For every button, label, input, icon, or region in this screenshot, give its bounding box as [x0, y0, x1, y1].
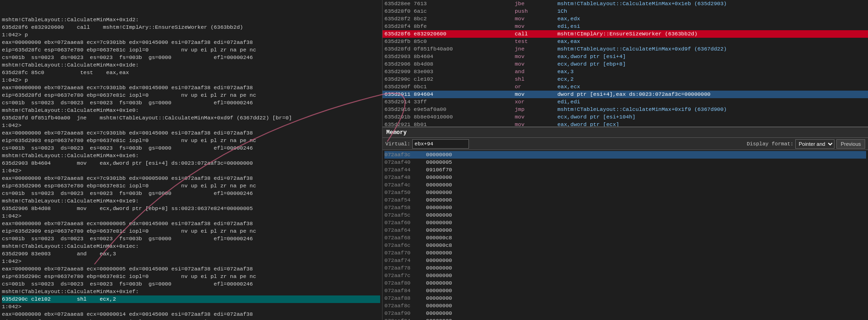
mem-value: 00000000 — [426, 264, 452, 272]
memory-row[interactable]: 072aaf68000000c8 — [384, 234, 866, 242]
mem-addr: 072aaf6c — [384, 242, 422, 249]
debug-line: eax=00000000 ebx=072aaea8 ecx=00000014 e… — [2, 311, 380, 318]
memory-row[interactable]: 072aaf4c00000000 — [384, 181, 866, 189]
debug-line: eax=00000000 ebx=072aaea8 ecx=7c9301bb e… — [2, 129, 380, 137]
disasm-row[interactable]: 635d2906 8b4d08movecx,dword ptr [ebp+8] — [383, 60, 868, 68]
memory-pane: Memory Virtual: Display format: Pointer … — [383, 127, 868, 320]
left-debug-pane[interactable]: mshtm!CTableLayout::CalculateMinMax+0x1d… — [0, 0, 383, 320]
mem-value: 00000000 — [426, 219, 452, 227]
disasm-row[interactable]: 635d28f0 6a1cpush1Ch — [383, 8, 868, 15]
debug-line: 635d28fd 0f851fb40a00 jne mshtm!CTableLa… — [2, 114, 380, 122]
memory-row[interactable]: 072aaf5400000000 — [384, 196, 866, 204]
display-format-select[interactable]: Pointer andByteShortLongQuadFloatDoubleA… — [795, 139, 834, 149]
disasm-row[interactable]: 635d291b 8b8e04010000movecx,dword ptr [e… — [383, 113, 868, 121]
memory-row[interactable]: 072aaf6400000000 — [384, 227, 866, 234]
memory-row[interactable]: 072aaf9400000000 — [384, 317, 866, 320]
memory-row[interactable]: 072aaf7c00000000 — [384, 272, 866, 279]
disasm-addr: 635d291b 8b8e04010000 — [383, 113, 513, 121]
mem-value: 00000000 — [426, 204, 452, 211]
disasm-mnem: and — [513, 68, 555, 76]
memory-row[interactable]: 072aaf9000000000 — [384, 310, 866, 317]
disasm-row[interactable]: 635d2921 8b01moveax,dword ptr [ecx] — [383, 121, 868, 127]
disasm-addr: 635d2906 8b4d08 — [383, 60, 513, 68]
memory-row[interactable]: 072aaf5c00000000 — [384, 211, 866, 219]
debug-line: 635d2906 8b4d08 mov ecx,dword ptr [ebp+8… — [2, 205, 380, 212]
debug-line: eip=635d28fd esp=0637e780 ebp=0637e81c i… — [2, 92, 380, 99]
debug-line: eax=00000000 ebx=072aaea8 ecx=00000005 e… — [2, 265, 380, 273]
mem-addr: 072aaf90 — [384, 310, 422, 317]
disasm-ops: edi,edi — [555, 98, 868, 106]
debug-line: cs=001b ss=0023 ds=0023 es=0023 fs=003b … — [2, 235, 380, 243]
disasm-row[interactable]: 635d28fd 0f851fb40a00jnemshtm!CTableLayo… — [383, 45, 868, 53]
disasm-row[interactable]: 635d28fb 85c0testeax,eax — [383, 38, 868, 45]
disasm-row[interactable]: 635d2916 e9e5af0a00jmpmshtm!CTableLayout… — [383, 106, 868, 113]
debug-line: cs=001b ss=0023 ds=0023 es=0023 fs=003b … — [2, 54, 380, 61]
memory-content[interactable]: 072aaf3c00000000072aaf4000000005072aaf44… — [383, 150, 868, 320]
disasm-mnem: mov — [513, 23, 555, 30]
disasm-row[interactable]: 635d2914 33ffxoredi,edi — [383, 98, 868, 106]
memory-row[interactable]: 072aaf5800000000 — [384, 204, 866, 211]
disasm-mnem: shl — [513, 76, 555, 83]
disasm-row[interactable]: 635d28ee 7613jbemshtm!CTableLayout::Calc… — [383, 0, 868, 8]
debug-line: eip=635d290c esp=0637e780 ebp=0637e81c i… — [2, 273, 380, 280]
disasm-mnem: mov — [513, 91, 555, 98]
disasm-ops: eax,dword ptr [ecx] — [555, 121, 868, 127]
disasm-ops: mshtm!CTableLayout::CalculateMinMax+0x1e… — [555, 0, 868, 8]
memory-row[interactable]: 072aaf4409106f70 — [384, 166, 866, 174]
mem-value: 00000000 — [426, 287, 452, 295]
debug-line: mshtm!CTableLayout::CalculateMinMax+0x1d… — [2, 16, 380, 24]
memory-row[interactable]: 072aaf7400000000 — [384, 257, 866, 264]
memory-row[interactable]: 072aaf8000000000 — [384, 279, 866, 287]
mem-value: 00000000 — [426, 151, 452, 159]
disasm-row[interactable]: 635d2911 894604movdword ptr [esi+4],eax … — [383, 91, 868, 98]
disasm-row[interactable]: 635d28f6 e832920600callmshtm!CImplAry::E… — [383, 30, 868, 38]
mem-addr: 072aaf88 — [384, 295, 422, 302]
previous-button[interactable]: Previous — [836, 139, 865, 149]
mem-addr: 072aaf80 — [384, 279, 422, 287]
debug-line: 1:042> — [2, 303, 380, 311]
disasm-row[interactable]: 635d28f4 8bfemovedi,esi — [383, 23, 868, 30]
memory-row[interactable]: 072aaf6000000000 — [384, 219, 866, 227]
disasm-table: 635d28ee 7613jbemshtm!CTableLayout::Calc… — [383, 0, 868, 127]
memory-row[interactable]: 072aaf8c00000000 — [384, 302, 866, 310]
right-pane: 635d28ee 7613jbemshtm!CTableLayout::Calc… — [383, 0, 868, 320]
disasm-row[interactable]: 635d28f2 8bc2moveax,edx — [383, 15, 868, 23]
mem-value: 00000000 — [426, 249, 452, 257]
mem-addr: 072aaf3c — [384, 151, 422, 159]
disasm-mnem: mov — [513, 60, 555, 68]
debug-line: 635d2903 8b4604 mov eax,dword ptr [esi+4… — [2, 160, 380, 167]
mem-value: 00000000 — [426, 211, 452, 219]
memory-row[interactable]: 072aaf6c000000c8 — [384, 242, 866, 249]
mem-value: 00000000 — [426, 257, 452, 264]
debug-line: eip=635d290f esp=0637e780 ebp=0637e81c i… — [2, 318, 380, 320]
memory-row[interactable]: 072aaf8800000000 — [384, 295, 866, 302]
virtual-input[interactable] — [412, 139, 469, 149]
disasm-row[interactable]: 635d2909 83e003andeax,3 — [383, 68, 868, 76]
mem-value: 00000005 — [426, 159, 452, 166]
memory-row[interactable]: 072aaf4000000005 — [384, 159, 866, 166]
memory-row[interactable]: 072aaf3c00000000 — [384, 151, 866, 159]
disasm-row[interactable]: 635d290f 0bc1oreax,ecx — [383, 83, 868, 91]
disasm-mnem: mov — [513, 121, 555, 127]
debug-line: mshtm!CTableLayout::CalculateMinMax+0x1e… — [2, 288, 380, 295]
disasm-ops: eax,ecx — [555, 83, 868, 91]
disasm-mnem: mov — [513, 15, 555, 23]
debug-line: 1:042> — [2, 167, 380, 175]
debug-line: cs=001b ss=0023 ds=0023 es=0023 fs=003b … — [2, 99, 380, 107]
memory-row[interactable]: 072aaf7800000000 — [384, 264, 866, 272]
mem-value: 00000000 — [426, 295, 452, 302]
disasm-row[interactable]: 635d290c cle102shlecx,2 — [383, 76, 868, 83]
mem-addr: 072aaf60 — [384, 219, 422, 227]
debug-line: 635d28f6 e832920600 call mshtm!CImplAry:… — [2, 24, 380, 31]
memory-row[interactable]: 072aaf5000000000 — [384, 189, 866, 196]
disasm-ops: eax,3 — [555, 68, 868, 76]
memory-row[interactable]: 072aaf7000000000 — [384, 249, 866, 257]
disasm-addr: 635d2909 83e003 — [383, 68, 513, 76]
debug-line: eip=635d2906 esp=0637e780 ebp=0637e81c i… — [2, 182, 380, 190]
memory-row[interactable]: 072aaf4800000000 — [384, 174, 866, 181]
memory-row[interactable]: 072aaf8400000000 — [384, 287, 866, 295]
debug-line: eip=635d2903 esp=0637e780 ebp=0637e81c i… — [2, 137, 380, 144]
disasm-ops: dword ptr [esi+4],eax ds:0023:072aaf3c=0… — [555, 91, 868, 98]
debug-line: eax=00000000 ebx=072aaea8 ecx=7c9301bb e… — [2, 39, 380, 46]
disasm-row[interactable]: 635d2903 8b4604moveax,dword ptr [esi+4] — [383, 53, 868, 60]
